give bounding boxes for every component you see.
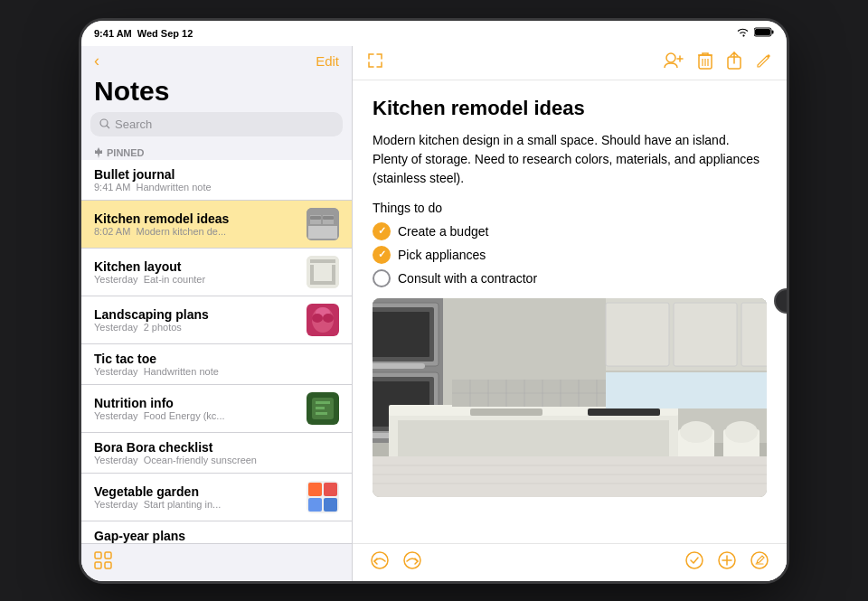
- battery-icon: [754, 27, 774, 39]
- svg-rect-15: [310, 281, 335, 285]
- svg-rect-31: [95, 552, 101, 559]
- svg-rect-32: [105, 552, 111, 559]
- note-item-bora-bora[interactable]: Bora Bora checklist Yesterday Ocean-frie…: [81, 433, 352, 474]
- svg-rect-63: [470, 408, 542, 416]
- note-meta: 9:41 AM Handwritten note: [94, 182, 339, 193]
- svg-rect-34: [105, 562, 111, 568]
- detail-view: Kitchen remodel ideas Modern kitchen des…: [353, 46, 787, 581]
- svg-point-35: [666, 53, 675, 62]
- svg-rect-14: [332, 265, 335, 283]
- checklist-text-1: Create a budget: [398, 224, 488, 239]
- note-meta: Yesterday Eat-in counter: [94, 274, 299, 285]
- svg-rect-24: [316, 407, 325, 409]
- share-icon[interactable]: [727, 52, 741, 74]
- note-body: Modern kitchen design in a small space. …: [373, 131, 767, 188]
- expand-icon[interactable]: [367, 52, 383, 73]
- svg-rect-48: [606, 303, 669, 366]
- note-meta: Yesterday Handwritten note: [94, 366, 339, 377]
- note-thumbnail: [307, 481, 339, 513]
- svg-rect-30: [324, 498, 337, 512]
- svg-point-85: [404, 552, 420, 568]
- check-circle-2[interactable]: [373, 246, 391, 264]
- svg-rect-58: [373, 363, 425, 369]
- note-item-landscaping[interactable]: Landscaping plans Yesterday 2 photos: [81, 296, 352, 344]
- status-time: 9:41 AM: [94, 28, 132, 39]
- svg-rect-83: [606, 372, 767, 408]
- pinned-label: PINNED: [81, 144, 352, 160]
- note-title: Vegetable garden: [94, 484, 299, 499]
- status-left: 9:41 AM Wed Sep 12: [94, 28, 193, 39]
- check-circle-3[interactable]: [373, 269, 391, 287]
- svg-rect-33: [95, 562, 101, 568]
- svg-point-20: [323, 314, 334, 323]
- trash-icon[interactable]: [698, 52, 712, 74]
- markup-button[interactable]: [750, 551, 769, 574]
- note-title: Kitchen remodel ideas: [94, 211, 299, 226]
- add-person-icon[interactable]: [664, 52, 684, 73]
- svg-point-19: [312, 314, 323, 323]
- check-circle-1[interactable]: [373, 222, 391, 240]
- note-item-nutrition[interactable]: Nutrition info Yesterday Food Energy (kc…: [81, 385, 352, 433]
- search-bar[interactable]: Search: [90, 112, 343, 136]
- note-item-gap-year[interactable]: Gap-year plans Yesterday Make a hole-in-…: [81, 521, 352, 543]
- main-content: ‹ Edit Notes Search PINNED: [81, 46, 787, 581]
- note-meta: 8:02 AM Modern kitchen de...: [94, 226, 299, 237]
- svg-rect-29: [308, 498, 322, 512]
- checklist-text-2: Pick appliances: [398, 248, 486, 262]
- svg-point-90: [751, 552, 768, 568]
- note-thumbnail: [307, 256, 339, 288]
- note-title: Landscaping plans: [94, 307, 299, 322]
- svg-rect-27: [308, 483, 322, 496]
- checklist-item-2[interactable]: Pick appliances: [373, 246, 767, 264]
- sidebar-footer: [81, 543, 352, 581]
- status-right: [736, 27, 774, 39]
- search-icon: [99, 118, 110, 129]
- checklist-text-3: Consult with a contractor: [398, 271, 537, 286]
- note-item-kitchen-remodel[interactable]: Kitchen remodel ideas 8:02 AM Modern kit…: [81, 201, 352, 249]
- checklist-item-3[interactable]: Consult with a contractor: [373, 269, 767, 287]
- toolbar-right: [664, 52, 772, 74]
- detail-toolbar: [353, 46, 787, 80]
- svg-rect-49: [674, 303, 737, 366]
- things-to-do-label: Things to do: [373, 201, 767, 215]
- svg-rect-10: [323, 216, 334, 220]
- svg-point-68: [725, 421, 758, 443]
- note-item-vegetable-garden[interactable]: Vegetable garden Yesterday Start plantin…: [81, 474, 352, 521]
- checklist-button[interactable]: [685, 551, 703, 574]
- svg-rect-2: [755, 29, 770, 35]
- note-content: Kitchen remodel ideas Modern kitchen des…: [353, 80, 787, 543]
- back-button[interactable]: ‹: [94, 52, 99, 70]
- redo-button[interactable]: [403, 551, 421, 574]
- svg-rect-6: [308, 226, 337, 239]
- bottom-left: [371, 551, 421, 574]
- svg-rect-56: [373, 312, 429, 357]
- status-date: Wed Sep 12: [137, 28, 193, 39]
- note-title: Tic tac toe: [94, 352, 339, 366]
- note-meta: Yesterday Food Energy (kc...: [94, 410, 299, 421]
- note-meta: Yesterday Ocean-friendly sunscreen: [94, 455, 339, 465]
- checklist-item-1[interactable]: Create a budget: [373, 222, 767, 240]
- note-item-tic-tac-toe[interactable]: Tic tac toe Yesterday Handwritten note: [81, 344, 352, 385]
- svg-rect-1: [772, 31, 774, 34]
- compose-icon[interactable]: [756, 52, 772, 73]
- note-item-kitchen-layout[interactable]: Kitchen layout Yesterday Eat-in counter: [81, 249, 352, 296]
- undo-button[interactable]: [371, 551, 389, 574]
- detail-bottom-bar: [353, 543, 787, 581]
- wifi-icon: [736, 27, 750, 39]
- svg-point-86: [686, 552, 703, 568]
- toolbar-left: [367, 52, 383, 73]
- grid-view-icon[interactable]: [94, 551, 112, 574]
- note-item-bullet-journal[interactable]: Bullet journal 9:41 AM Handwritten note: [81, 160, 352, 201]
- add-content-button[interactable]: [718, 551, 736, 574]
- note-main-title: Kitchen remodel ideas: [373, 97, 767, 120]
- note-title: Gap-year plans: [94, 529, 339, 543]
- note-thumbnail: [307, 304, 339, 336]
- status-bar: 9:41 AM Wed Sep 12: [81, 21, 787, 46]
- svg-rect-28: [324, 483, 337, 496]
- note-meta: Yesterday 2 photos: [94, 322, 299, 333]
- svg-point-84: [372, 552, 388, 568]
- edit-button[interactable]: Edit: [316, 53, 339, 69]
- note-thumbnail: [307, 392, 339, 425]
- svg-point-67: [680, 421, 712, 443]
- notes-list: Bullet journal 9:41 AM Handwritten note …: [81, 160, 352, 543]
